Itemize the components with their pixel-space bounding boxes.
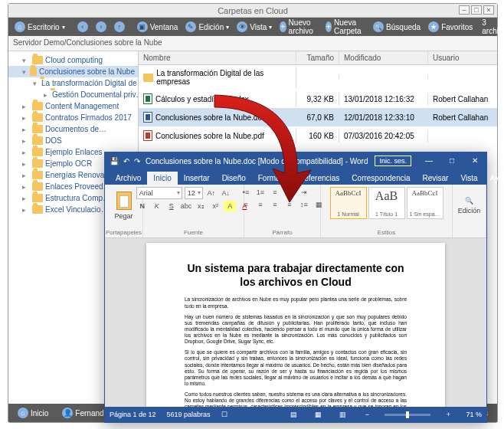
word-minimize[interactable]: — (417, 152, 440, 169)
tree-toggle-icon[interactable]: ▸ (22, 195, 30, 202)
subscript-button[interactable]: x₂ (195, 201, 207, 211)
multilevel-button[interactable]: ≡ (269, 187, 281, 198)
page-indicator[interactable]: Página 1 de 12 (110, 411, 156, 418)
file-row[interactable]: Cálculos y estadísticas.xlsx9,32 KB13/01… (139, 90, 497, 108)
tree-toggle-icon[interactable]: ▸ (22, 149, 30, 156)
ribbon-tab-vista[interactable]: Vista (454, 172, 483, 185)
nuevo-archivo-button[interactable]: Nuevo archivo (277, 17, 320, 37)
favoritos-button[interactable]: Favoritos (425, 20, 476, 34)
word-close[interactable]: ✕ (463, 152, 486, 169)
file-row[interactable]: La transformación Digital de las empresa… (139, 65, 497, 90)
up-button[interactable]: ↑ (111, 20, 128, 34)
save-icon[interactable]: 💾 (110, 157, 119, 165)
ribbon-tab-inicio[interactable]: Inicio (147, 172, 177, 185)
tree-item[interactable]: ▾Cloud computing (8, 54, 138, 66)
align-right[interactable]: ≡ (269, 199, 281, 210)
language-indicator[interactable]: ☐ (221, 411, 227, 418)
redo-icon[interactable]: ↷ (134, 157, 140, 165)
highlight-button[interactable]: A (224, 201, 236, 211)
tree-toggle-icon[interactable]: ▸ (22, 126, 30, 133)
numbering-button[interactable]: 1≡ (254, 187, 267, 198)
font-size-select[interactable]: 12 (185, 187, 203, 199)
paragraph-group: •≡ 1≡ ≡ ⇤ ⇥ ≡ ≡ ≡ ≡ ↕≡ ▦ Párrafo (244, 185, 321, 237)
tree-toggle-icon[interactable]: ▸ (22, 206, 30, 214)
forward-button[interactable]: › (93, 20, 110, 34)
outdent-button[interactable]: ⇤ (283, 187, 296, 198)
edicion-button[interactable]: ✎Edición▾ (182, 20, 232, 34)
tree-item[interactable]: ▸Documentos de… (8, 123, 138, 135)
word-count[interactable]: 5619 palabras (167, 411, 211, 418)
align-left[interactable]: ≡ (240, 199, 252, 210)
editing-button[interactable]: 🔍 Edición (456, 187, 483, 224)
tree-item[interactable]: ▸DOS (8, 135, 138, 146)
tree-item[interactable]: ▸Contratos Firmados 2017 (8, 112, 138, 123)
word-maximize[interactable]: □ (440, 152, 463, 169)
tree-toggle-icon[interactable]: ▸ (22, 114, 30, 122)
tree-item[interactable]: ▾La transformación Digital de la… (8, 77, 138, 89)
ribbon-tab-revisar[interactable]: Revisar (417, 172, 455, 185)
vista-button[interactable]: 👁Vista▾ (234, 20, 275, 34)
back-button[interactable]: ‹ (74, 20, 91, 34)
col-name[interactable]: Nombre (139, 51, 296, 64)
bold-button[interactable]: N (136, 201, 149, 211)
ribbon-tab-ayuda[interactable]: Ayuda (484, 172, 505, 185)
minimize-button[interactable]: – (459, 5, 470, 15)
font-name-select[interactable]: Arial (136, 187, 182, 199)
tree-toggle-icon[interactable]: ▾ (22, 68, 28, 76)
shrink-font[interactable]: A↓ (220, 188, 232, 198)
ribbon-tab-referencias[interactable]: Referencias (293, 172, 345, 185)
nueva-carpeta-button[interactable]: Nueva Carpeta (322, 17, 369, 37)
zoom-out[interactable]: − (360, 411, 374, 418)
tree-toggle-icon[interactable]: ▾ (22, 57, 30, 64)
signin-button[interactable]: Inic. ses. (375, 156, 411, 166)
ribbon-tab-correspondencia[interactable]: Correspondencia (345, 172, 416, 185)
tree-toggle-icon[interactable]: ▸ (44, 91, 47, 99)
col-user[interactable]: Usuario (428, 51, 497, 64)
strike-button[interactable]: abc (180, 201, 193, 211)
read-mode-button[interactable]: ▤ (286, 411, 300, 418)
justify[interactable]: ≡ (283, 199, 296, 210)
file-row[interactable]: Conclusiones sobre la Nube.doc67,0 KB12/… (139, 108, 497, 126)
zoom-in[interactable]: + (441, 411, 455, 418)
style-option[interactable]: AaB1 Título 1 (368, 187, 405, 219)
align-center[interactable]: ≡ (254, 199, 267, 210)
tree-toggle-icon[interactable]: ▸ (22, 137, 30, 145)
document-area[interactable]: Un sistema para trabajar directamente co… (105, 238, 486, 407)
col-size[interactable]: Tamaño (296, 51, 339, 64)
tree-toggle-icon[interactable]: ▸ (22, 160, 30, 168)
web-layout-button[interactable]: ▥ (335, 411, 349, 418)
line-spacing[interactable]: ↕≡ (298, 199, 310, 210)
style-option[interactable]: AaBbCcI1 Normal (330, 187, 367, 219)
close-button[interactable]: × (483, 5, 494, 15)
ventana-button[interactable]: ▣Ventana (134, 20, 182, 34)
paste-button[interactable]: Pegar (110, 187, 138, 224)
tree-toggle-icon[interactable]: ▾ (33, 80, 37, 87)
style-option[interactable]: AaBbCcI1 Sin espa… (407, 187, 443, 219)
superscript-button[interactable]: x² (209, 201, 221, 211)
tree-item[interactable]: ▸Gestión Documental priv… (8, 89, 138, 100)
undo-icon[interactable]: ↶ (123, 157, 129, 165)
col-modified[interactable]: Modificado (339, 51, 428, 64)
bullets-button[interactable]: •≡ (240, 187, 252, 198)
tree-toggle-icon[interactable]: ▸ (22, 103, 30, 110)
underline-button[interactable]: S (165, 201, 178, 211)
ribbon-tab-diseño[interactable]: Diseño (216, 172, 252, 185)
zoom-slider[interactable] (385, 414, 430, 416)
maximize-button[interactable]: □ (471, 5, 482, 15)
indent-button[interactable]: ⇥ (298, 187, 310, 198)
tree-toggle-icon[interactable]: ▸ (22, 183, 30, 191)
busqueda-button[interactable]: Búsqueda (370, 20, 424, 34)
ribbon-tab-formato[interactable]: Formato (252, 172, 293, 185)
escritorio-button[interactable]: Escritorio▾ (11, 20, 68, 34)
print-layout-button[interactable]: ▦ (311, 411, 325, 418)
tree-item[interactable]: ▾Conclusiones sobre la Nube (8, 66, 138, 77)
tree-item[interactable]: ▸Content Management (8, 100, 138, 112)
file-row[interactable]: Conclusiones sobre la Nube.pdf160 KB07/0… (139, 126, 497, 145)
italic-button[interactable]: K (151, 201, 163, 211)
status-inicio[interactable]: Inicio (13, 406, 53, 420)
grow-font[interactable]: A↑ (205, 188, 218, 198)
zoom-level[interactable]: 71 % (466, 411, 482, 418)
ribbon-tab-insertar[interactable]: Insertar (178, 172, 216, 185)
tree-toggle-icon[interactable]: ▸ (22, 172, 30, 179)
ribbon-tab-archivo[interactable]: Archivo (110, 172, 147, 185)
